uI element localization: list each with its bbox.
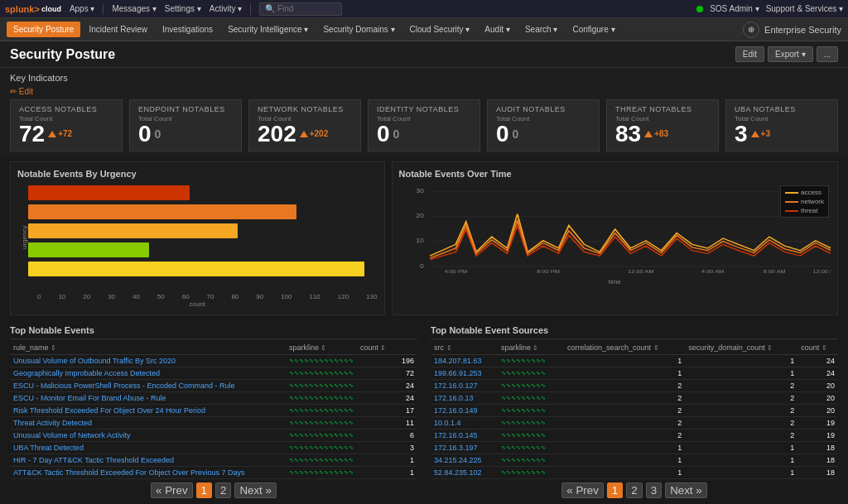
splunk-logo: splunk> cloud	[5, 4, 61, 14]
nav-audit[interactable]: Audit ▾	[478, 22, 517, 37]
sparkline-cell-6: ∿∿∿∿∿∿∿∿∿∿∿∿∿	[286, 430, 357, 442]
nav-security-intelligence[interactable]: Security Intelligence ▾	[221, 22, 315, 37]
src-page-2-btn[interactable]: 2	[626, 482, 642, 498]
apps-menu[interactable]: Apps ▾	[70, 4, 95, 13]
src-next-btn[interactable]: Next »	[665, 482, 707, 498]
src-count-cell-4: 20	[797, 405, 838, 417]
nav-configure[interactable]: Configure ▾	[566, 22, 621, 37]
rule-name-cell-8[interactable]: HIR - 7 Day ATT&CK Tactic Threshold Exce…	[10, 454, 286, 467]
more-button[interactable]: ...	[817, 46, 838, 62]
splunk-text: splunk>	[5, 4, 40, 14]
svg-text:0: 0	[420, 263, 424, 270]
src-cell-1[interactable]: 199.66.91.253	[431, 367, 498, 380]
src-cell-9[interactable]: 52.84.235.102	[431, 467, 498, 479]
nav-incident-review[interactable]: Incident Review	[82, 22, 154, 37]
legend-network-line	[785, 201, 798, 203]
rule-name-cell-6[interactable]: Unusual Volume of Network Activity	[10, 430, 286, 442]
src-page-1-btn[interactable]: 1	[607, 482, 623, 498]
col-count[interactable]: count ⇕	[357, 341, 417, 355]
src-cell-7[interactable]: 172.16.3.197	[431, 442, 498, 454]
rule-name-cell-5[interactable]: Threat Activity Detected	[10, 417, 286, 430]
src-cell-4[interactable]: 172.16.0.149	[431, 405, 498, 417]
count-cell-8: 1	[357, 454, 417, 467]
correlation-cell-1: 1	[564, 367, 685, 380]
kpi-card-0: ACCESS NOTABLES Total Count 72 +72	[10, 99, 123, 151]
prev-page-btn[interactable]: « Prev	[151, 482, 193, 498]
col-sparkline[interactable]: sparkline ⇕	[286, 341, 357, 355]
sparkline-cell-9: ∿∿∿∿∿∿∿∿∿∿∿∿∿	[286, 467, 357, 479]
src-cell-6[interactable]: 172.16.0.145	[431, 430, 498, 442]
col-src-count[interactable]: count ⇕	[797, 341, 838, 355]
col-src-sparkline[interactable]: sparkline ⇕	[498, 341, 564, 355]
nav-security-posture[interactable]: Security Posture	[7, 22, 80, 37]
next-page-btn[interactable]: Next »	[234, 482, 277, 498]
rule-name-cell-4[interactable]: Risk Threshold Exceeded For Object Over …	[10, 405, 286, 417]
x-label: 0	[37, 293, 41, 300]
page-1-btn[interactable]: 1	[196, 482, 212, 498]
export-button[interactable]: Export ▾	[768, 46, 813, 62]
col-correlation[interactable]: correlation_search_count ⇕	[564, 341, 685, 355]
edit-indicators-link[interactable]: ✏ Edit	[10, 87, 33, 96]
globe-icon[interactable]: ⊕	[743, 22, 759, 38]
kpi-row: ACCESS NOTABLES Total Count 72 +72 ENDPO…	[10, 99, 838, 151]
correlation-cell-7: 1	[564, 442, 685, 454]
nav-cloud-security[interactable]: Cloud Security ▾	[403, 22, 477, 37]
src-cell-3[interactable]: 172.16.0.13	[431, 392, 498, 405]
settings-menu[interactable]: Settings ▾	[165, 4, 201, 13]
admin-menu[interactable]: SOS Admin ▾	[710, 4, 759, 13]
key-indicators-title: Key Indicators	[10, 73, 68, 83]
nav-investigations[interactable]: Investigations	[156, 22, 219, 37]
sparkline-cell-7: ∿∿∿∿∿∿∿∿∿∿∿∿∿	[286, 442, 357, 454]
table-header-row: rule_name ⇕ sparkline ⇕ count ⇕	[10, 341, 417, 355]
bar-row-3	[28, 242, 378, 257]
col-security-domain[interactable]: security_domain_count ⇕	[685, 341, 797, 355]
col-rule-name[interactable]: rule_name ⇕	[10, 341, 286, 355]
rule-name-cell-1[interactable]: Geographically Improbable Access Detecte…	[10, 367, 286, 380]
src-count-cell-3: 20	[797, 392, 838, 405]
sources-header-row: src ⇕ sparkline ⇕ correlation_search_cou…	[431, 341, 838, 355]
rule-name-cell-2[interactable]: ESCU - Malicious PowerShell Process - En…	[10, 380, 286, 392]
src-sparkline-9: ∿∿∿∿∿∿∿∿∿	[498, 467, 564, 479]
src-count-cell-2: 20	[797, 380, 838, 392]
security-domain-cell-7: 1	[685, 442, 797, 454]
messages-menu[interactable]: Messages ▾	[112, 4, 156, 13]
nav-security-domains[interactable]: Security Domains ▾	[316, 22, 401, 37]
top-notable-sources-table: src ⇕ sparkline ⇕ correlation_search_cou…	[431, 341, 838, 479]
x-label: 100	[281, 293, 292, 300]
src-cell-0[interactable]: 184.207.81.63	[431, 355, 498, 367]
threat-line	[430, 225, 831, 259]
correlation-cell-6: 2	[564, 430, 685, 442]
svg-text:12:00 PM: 12:00 PM	[812, 269, 831, 274]
src-sparkline-7: ∿∿∿∿∿∿∿∿∿	[498, 442, 564, 454]
x-label: 120	[338, 293, 349, 300]
src-count-cell-6: 19	[797, 430, 838, 442]
src-prev-btn[interactable]: « Prev	[561, 482, 604, 498]
divider	[103, 3, 104, 15]
search-input[interactable]	[259, 2, 342, 16]
rule-name-cell-0[interactable]: Unusual Volume of Outbound Traffic By Sr…	[10, 355, 286, 367]
col-src[interactable]: src ⇕	[431, 341, 498, 355]
activity-menu[interactable]: Activity ▾	[210, 4, 242, 13]
rule-name-cell-9[interactable]: ATT&CK Tactic Threshold Exceeded For Obj…	[10, 467, 286, 479]
bar-row-2	[28, 223, 378, 238]
table-row: 10.0.1.4 ∿∿∿∿∿∿∿∿∿ 2 2 19	[431, 417, 838, 430]
tables-row: Top Notable Events rule_name ⇕ sparkline…	[0, 320, 848, 503]
over-time-chart: Notable Events Over Time 30 20 10 0	[392, 161, 838, 315]
src-cell-5[interactable]: 10.0.1.4	[431, 417, 498, 430]
arrow-up-2	[300, 131, 308, 137]
src-page-3-btn[interactable]: 3	[646, 482, 662, 498]
nav-search[interactable]: Search ▾	[518, 22, 564, 37]
support-menu[interactable]: Support & Services ▾	[766, 4, 843, 13]
rule-name-cell-7[interactable]: UBA Threat Detected	[10, 442, 286, 454]
table-row: Threat Activity Detected ∿∿∿∿∿∿∿∿∿∿∿∿∿ 1…	[10, 417, 417, 430]
edit-button[interactable]: Edit	[735, 46, 764, 62]
src-cell-2[interactable]: 172.16.0.127	[431, 380, 498, 392]
enterprise-security-label: Enterprise Security	[764, 25, 841, 35]
page-2-btn[interactable]: 2	[215, 482, 231, 498]
svg-text:4:00 AM: 4:00 AM	[701, 269, 724, 274]
correlation-cell-2: 2	[564, 380, 685, 392]
kpi-value-5: 83 +83	[615, 122, 710, 146]
src-cell-8[interactable]: 34.215.24.225	[431, 454, 498, 467]
over-time-chart-title: Notable Events Over Time	[399, 169, 831, 179]
rule-name-cell-3[interactable]: ESCU - Monitor Email For Brand Abuse - R…	[10, 392, 286, 405]
